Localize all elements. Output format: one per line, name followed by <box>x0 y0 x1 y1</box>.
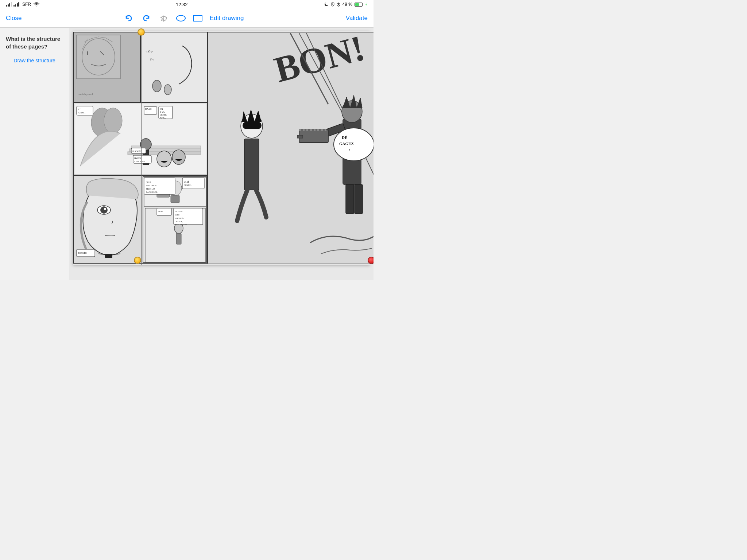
svg-point-47 <box>104 108 122 133</box>
manga-container: sketch panel !!ぎゃ ぎゃ BON! <box>73 31 370 265</box>
svg-text:FAIT TREM-: FAIT TREM- <box>146 184 157 187</box>
svg-rect-72 <box>105 254 112 258</box>
svg-rect-35 <box>243 122 262 129</box>
svg-point-0 <box>332 4 333 5</box>
canvas-area[interactable]: sketch panel !!ぎゃ ぎゃ BON! <box>69 28 374 280</box>
control-point-top[interactable] <box>138 28 145 36</box>
svg-text:ILS SONT...: ILS SONT... <box>132 150 144 152</box>
sidebar-question: What is the structure of these pages? <box>6 35 63 50</box>
svg-text:ON: ON <box>160 108 163 110</box>
svg-rect-22 <box>299 130 328 143</box>
battery-percent: 49 % <box>342 2 352 7</box>
svg-text:HYPER: HYPER <box>134 157 142 159</box>
redo-icon[interactable] <box>141 13 151 23</box>
svg-rect-83 <box>182 178 204 189</box>
svg-text:"OGA S CLUB": "OGA S CLUB" <box>175 224 187 226</box>
svg-rect-9 <box>141 32 207 102</box>
edit-drawing-button[interactable]: Edit drawing <box>210 15 244 22</box>
svg-text:DAAH: DAAH <box>145 108 152 110</box>
svg-point-70 <box>100 206 108 214</box>
svg-rect-26 <box>306 129 308 131</box>
svg-text:DU GAID: DU GAID <box>175 211 182 213</box>
signal-icon-2 <box>13 2 20 7</box>
status-left: SFR <box>6 2 39 7</box>
svg-text:sketch panel: sketch panel <box>78 93 93 96</box>
svg-point-51 <box>172 150 185 164</box>
svg-rect-25 <box>303 129 305 131</box>
signal-icon <box>6 2 12 7</box>
svg-text:GENDE...: GENDE... <box>184 184 192 186</box>
svg-text:!: ! <box>349 148 350 152</box>
svg-point-50 <box>157 151 171 167</box>
svg-text:Y VA: Y VA <box>160 111 165 113</box>
svg-rect-23 <box>297 135 303 138</box>
svg-rect-24 <box>299 129 301 131</box>
svg-rect-33 <box>355 184 363 214</box>
svg-text:EST NÉE.: EST NÉE. <box>78 252 88 254</box>
undo-icon[interactable] <box>124 13 134 23</box>
status-bar: SFR 12:32 49 % <box>0 0 374 9</box>
svg-text:HUM...: HUM... <box>158 210 165 213</box>
svg-rect-29 <box>317 129 319 131</box>
draw-structure-link[interactable]: Draw the structure <box>6 58 63 63</box>
svg-text:BLER LES: BLER LES <box>146 188 155 190</box>
svg-rect-76 <box>171 195 179 203</box>
moon-icon <box>324 2 329 7</box>
svg-text:ET: ET <box>78 108 81 110</box>
svg-text:CETTE: CETTE <box>160 114 167 116</box>
svg-text:!: ! <box>147 111 147 113</box>
svg-rect-30 <box>321 129 323 131</box>
svg-marker-1 <box>164 16 167 21</box>
close-button[interactable]: Close <box>6 15 22 22</box>
control-point-bottom-left[interactable] <box>134 257 141 264</box>
svg-text:AVEC: AVEC <box>175 214 180 216</box>
control-point-bottom-right[interactable] <box>368 257 374 264</box>
svg-point-13 <box>164 85 171 95</box>
svg-rect-31 <box>325 129 326 131</box>
svg-rect-32 <box>346 184 354 214</box>
svg-text:FOIS...: FOIS... <box>160 117 166 119</box>
svg-rect-27 <box>310 129 312 131</box>
wifi-icon <box>34 2 39 7</box>
nav-right: Validate <box>346 15 368 22</box>
sidebar: What is the structure of these pages? Dr… <box>0 28 69 280</box>
nav-left: Close <box>6 15 22 22</box>
lasso-icon[interactable] <box>159 13 169 23</box>
svg-point-12 <box>152 80 161 92</box>
drawing-line <box>141 31 142 265</box>
battery-icon <box>355 3 363 7</box>
manga-art: sketch panel !!ぎゃ ぎゃ BON! <box>73 31 374 265</box>
main-content: What is the structure of these pages? Dr… <box>0 28 374 280</box>
svg-rect-28 <box>314 129 316 131</box>
svg-text:QUI A: QUI A <box>146 181 151 183</box>
svg-text:RACAILLES...: RACAILLES... <box>146 191 159 193</box>
svg-text:GAGEZ: GAGEZ <box>339 141 354 146</box>
nav-bar: Close Edit drawing Validate <box>0 9 374 28</box>
carrier-label: SFR <box>22 2 31 7</box>
svg-text:AINSI...: AINSI... <box>78 112 86 114</box>
status-right: 49 % <box>324 2 368 7</box>
nav-center: Edit drawing <box>124 13 244 23</box>
svg-text:DÉ-: DÉ- <box>342 135 349 140</box>
svg-rect-4 <box>77 35 120 79</box>
svg-text:SYNCHRO...: SYNCHRO... <box>134 160 147 163</box>
oval-tool[interactable] <box>176 15 186 22</box>
svg-text:ENFANT À: ENFANT À <box>175 217 184 219</box>
svg-text:LA LÉ-: LA LÉ- <box>184 180 190 183</box>
location-icon <box>331 2 334 7</box>
charging-icon <box>365 2 368 7</box>
svg-rect-88 <box>176 233 181 244</box>
time-display: 12:32 <box>176 2 188 7</box>
bluetooth-icon <box>337 2 340 7</box>
rect-tool[interactable] <box>193 15 202 22</box>
validate-button[interactable]: Validate <box>346 15 368 22</box>
svg-rect-52 <box>77 106 93 115</box>
svg-point-71 <box>104 208 106 210</box>
svg-rect-36 <box>244 139 259 190</box>
